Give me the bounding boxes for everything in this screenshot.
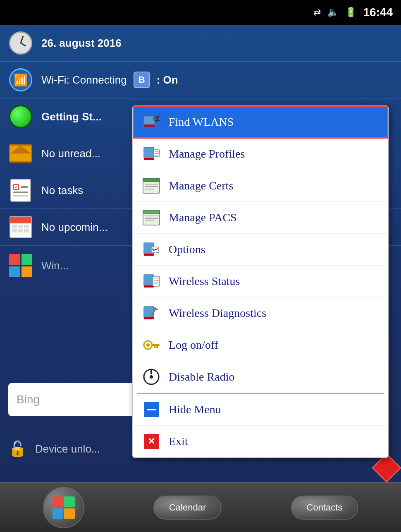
svg-rect-0 <box>144 116 155 125</box>
windows-icon <box>8 253 33 278</box>
windows-label: Win... <box>41 259 69 272</box>
start-button[interactable] <box>43 487 84 528</box>
menu-item-hide-menu[interactable]: Hide Menu <box>133 394 388 426</box>
svg-rect-26 <box>144 285 154 288</box>
email-label: No unread... <box>41 147 100 160</box>
manage-certs-icon <box>141 176 161 196</box>
disable-radio-icon <box>141 367 161 387</box>
exit-icon: ✕ <box>141 431 161 451</box>
exit-label: Exit <box>169 435 188 448</box>
svg-rect-36 <box>151 344 160 346</box>
context-menu: Find WLANS Manage Profiles <box>132 105 389 458</box>
svg-rect-7 <box>144 158 154 160</box>
tasks-label: No tasks <box>41 184 83 197</box>
menu-item-manage-pacs[interactable]: Manage PACS <box>133 202 388 234</box>
bluetooth-on-label: : On <box>157 74 178 86</box>
tasks-icon: ✓ <box>8 178 33 203</box>
menu-item-wireless-diagnostics[interactable]: Wireless Diagnostics <box>133 297 388 329</box>
svg-point-41 <box>150 375 153 379</box>
device-unlock-label: Device unlo... <box>35 443 100 455</box>
menu-item-log-on-off[interactable]: Log on/off <box>133 329 388 361</box>
wireless-diagnostics-label: Wireless Diagnostics <box>169 307 266 320</box>
menu-item-disable-radio[interactable]: Disable Radio <box>133 361 388 393</box>
manage-pacs-label: Manage PACS <box>169 211 237 224</box>
log-on-off-label: Log on/off <box>169 338 218 352</box>
wireless-status-label: Wireless Status <box>169 275 240 288</box>
svg-rect-23 <box>144 254 154 256</box>
wireless-diagnostics-icon <box>141 303 161 323</box>
menu-item-wireless-status[interactable]: Wireless Status <box>133 266 388 297</box>
date-row: 26. august 2016 <box>0 25 401 62</box>
disable-radio-label: Disable Radio <box>169 370 234 383</box>
wireless-status-icon <box>141 271 161 291</box>
svg-point-35 <box>146 343 150 347</box>
svg-rect-33 <box>144 317 154 319</box>
menu-item-exit[interactable]: ✕ Exit <box>133 426 388 457</box>
manage-pacs-icon <box>141 208 161 228</box>
menu-item-options[interactable]: Options <box>133 234 388 266</box>
wifi-icon: 📶 <box>8 67 33 92</box>
wifi-row[interactable]: 📶 Wi-Fi: Connecting B : On <box>0 62 401 98</box>
svg-rect-18 <box>143 210 160 213</box>
battery-icon: 🔋 <box>345 7 356 18</box>
options-icon <box>141 240 161 259</box>
hide-menu-label: Hide Menu <box>169 403 221 416</box>
menu-item-manage-certs[interactable]: Manage Certs <box>133 170 388 202</box>
clock: 16:44 <box>363 6 393 19</box>
svg-line-5 <box>156 121 157 122</box>
svg-rect-27 <box>153 276 160 286</box>
volume-icon: 🔈 <box>327 7 339 18</box>
getting-started-label: Getting St... <box>41 110 102 123</box>
options-label: Options <box>169 243 205 256</box>
search-placeholder: Bing <box>17 393 40 406</box>
exit-icon-inner: ✕ <box>144 434 159 449</box>
log-on-off-icon <box>141 335 161 355</box>
svg-rect-25 <box>144 275 154 286</box>
bluetooth-icon: B <box>134 72 150 88</box>
find-wlans-icon <box>141 112 161 132</box>
calendar-icon <box>8 215 33 240</box>
calendar-button[interactable]: Calendar <box>153 496 222 520</box>
contacts-button[interactable]: Contacts <box>291 496 358 520</box>
taskbar: Calendar Contacts <box>0 482 401 532</box>
wifi-label: Wi-Fi: Connecting <box>41 74 127 86</box>
calendar-label: No upcomin... <box>41 221 107 234</box>
svg-rect-6 <box>144 147 154 159</box>
find-wlans-label: Find WLANS <box>169 115 234 129</box>
svg-rect-37 <box>156 346 158 348</box>
date-label: 26. august 2016 <box>41 37 122 50</box>
data-transfer-icon: ⇄ <box>313 7 321 18</box>
manage-certs-label: Manage Certs <box>169 179 233 192</box>
wifi-content: Wi-Fi: Connecting B : On <box>41 72 393 88</box>
menu-item-manage-profiles[interactable]: Manage Profiles <box>133 138 388 170</box>
manage-profiles-icon <box>141 144 161 164</box>
lock-icon: 🔓 <box>8 440 27 458</box>
menu-item-find-wlans[interactable]: Find WLANS <box>133 106 388 138</box>
device-row[interactable]: 🔓 Device unlo... <box>8 440 100 458</box>
svg-rect-38 <box>154 346 155 348</box>
hide-menu-icon-inner <box>144 402 159 417</box>
getting-started-icon <box>8 104 33 129</box>
manage-profiles-label: Manage Profiles <box>169 147 245 161</box>
status-bar: ⇄ 🔈 🔋 16:44 <box>0 0 401 25</box>
email-icon <box>8 141 33 166</box>
hide-menu-icon <box>141 400 161 419</box>
clock-icon <box>8 31 33 55</box>
svg-rect-1 <box>144 125 155 127</box>
svg-rect-13 <box>143 178 160 182</box>
